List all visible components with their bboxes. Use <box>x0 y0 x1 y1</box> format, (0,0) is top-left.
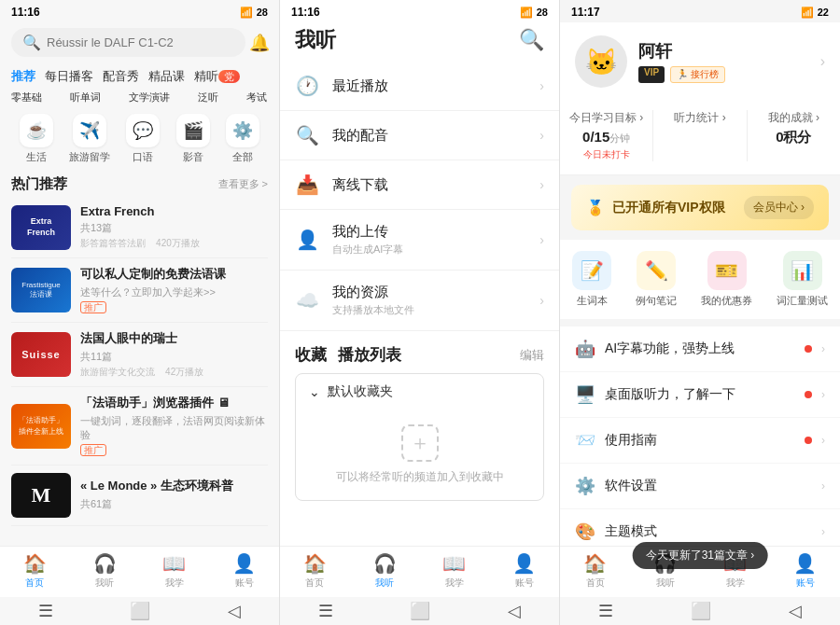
listen-icon-2: 🎧 <box>373 552 397 575</box>
theme-label: 主题模式 <box>605 523 812 540</box>
quick-vocab[interactable]: 📝 生词本 <box>572 251 611 308</box>
status-icons-3: 📶 22 <box>801 7 829 19</box>
content-list: ExtraFrench Extra French 共13篇 影答篇答答法剧 42… <box>0 197 279 546</box>
menu-dubbing[interactable]: 🔍 我的配音 › <box>280 111 559 160</box>
item-meta: 推广 <box>80 301 268 314</box>
menu-upload[interactable]: 👤 我的上传 自动生成AI字幕 › <box>280 210 559 271</box>
p2-search-icon[interactable]: 🔍 <box>519 28 544 52</box>
sys-bar-3: ☰ ⬜ ◁ <box>560 597 840 625</box>
travel-icon: ✈️ <box>73 114 106 147</box>
sys-back-icon-3: ◁ <box>789 601 802 621</box>
subcat-av[interactable]: 🎬 影音 <box>176 114 210 164</box>
bell-icon[interactable]: 🔔 <box>249 33 270 53</box>
goal-value: 0/15分钟 <box>582 129 630 146</box>
setting-ai-subtitle[interactable]: 🤖 AI字幕功能，强势上线 › <box>560 326 840 372</box>
nav-home-3[interactable]: 🏠 首页 <box>583 552 607 590</box>
list-item[interactable]: Frastistigue法语课 可以私人定制的免费法语课 述等什么？立即加入学起… <box>11 258 268 323</box>
stat-listening[interactable]: 听力统计 › <box>653 110 747 161</box>
stat-achievement[interactable]: 我的成就 › 0积分 <box>748 110 840 161</box>
panel-listen: 11:16 📶 28 我听 🔍 🕐 最近播放 › 🔍 我的配音 › 📥 <box>280 0 560 625</box>
subcat-all[interactable]: ⚙️ 全部 <box>226 114 259 164</box>
thumb-extra-french: ExtraFrench <box>11 205 71 250</box>
time-1: 11:16 <box>11 6 40 19</box>
subcat-life[interactable]: ☕ 生活 <box>20 114 53 164</box>
search-icon: 🔍 <box>22 34 41 51</box>
nav-account[interactable]: 👤 账号 <box>232 552 256 590</box>
item-title: 可以私人定制的免费法语课 <box>80 266 268 283</box>
list-item[interactable]: Suisse 法国人眼中的瑞士 共11篇 旅游留学文化交流 42万播放 <box>11 323 268 387</box>
sys-back-icon: ◁ <box>228 601 241 621</box>
item-subtitle: 共11篇 <box>80 350 268 364</box>
search-bar[interactable]: 🔍 🔔 <box>11 28 245 57</box>
setting-software[interactable]: ⚙️ 软件设置 › <box>560 464 840 509</box>
menu-offline[interactable]: 📥 离线下载 › <box>280 160 559 210</box>
upload-sublabel: 自动生成AI字幕 <box>332 243 526 257</box>
tab-daily[interactable]: 每日播客 <box>45 68 93 85</box>
profile-info: 阿轩 VIP 🏃 接行榜 <box>638 40 809 83</box>
quick-vocab-test[interactable]: 📊 词汇量测试 <box>777 251 828 308</box>
toast-bar[interactable]: 今天更新了31篇文章 › <box>633 542 768 569</box>
nav-account-3[interactable]: 👤 账号 <box>793 552 817 590</box>
nav-home[interactable]: 🏠 首页 <box>23 552 47 590</box>
item-meta: 旅游留学文化交流 42万播放 <box>80 366 268 379</box>
folder-header[interactable]: ⌄ 默认收藏夹 <box>296 374 543 410</box>
stat-study-goal[interactable]: 今日学习目标 › 0/15分钟 今日未打卡 <box>560 110 653 161</box>
folder-hint: 可以将经常听的频道加入到收藏中 <box>336 469 504 485</box>
tab-recommend[interactable]: 推荐 <box>11 68 35 85</box>
tab-dubbing[interactable]: 配音秀 <box>103 68 139 85</box>
subcat-row: ☕ 生活 ✈️ 旅游留学 💬 口语 🎬 影音 ⚙️ 全部 <box>0 110 279 170</box>
panel2-title: 我听 🔍 <box>280 22 559 62</box>
hot-title: 热门推荐 <box>11 175 67 193</box>
setting-theme[interactable]: 🎨 主题模式 › <box>560 509 840 546</box>
list-item[interactable]: 「法语助手」插件全新上线 「法语助手」浏览器插件 🖥 一键划词，逐段翻译，法语网… <box>11 387 268 465</box>
tab-contest[interactable]: 精听党 <box>194 68 240 85</box>
folder-name: 默认收藏夹 <box>328 383 393 400</box>
nav-home-2[interactable]: 🏠 首页 <box>303 552 327 590</box>
battery-1: 28 <box>257 7 268 18</box>
signal-icon-1: 📶 <box>240 7 253 19</box>
item-info-fras: 可以私人定制的免费法语课 述等什么？立即加入学起来>> 推广 <box>80 266 268 314</box>
avatar: 🐱 <box>575 35 627 88</box>
subcat-travel[interactable]: ✈️ 旅游留学 <box>69 114 110 164</box>
list-item[interactable]: M « Le Monde » 生态环境科普 共61篇 <box>11 465 268 526</box>
add-collect-button[interactable]: ＋ <box>401 424 439 462</box>
more-link[interactable]: 查看更多 > <box>218 177 268 191</box>
software-label: 软件设置 <box>605 478 812 494</box>
nav-study[interactable]: 📖 我学 <box>162 552 186 590</box>
list-item[interactable]: ExtraFrench Extra French 共13篇 影答篇答答法剧 42… <box>11 197 268 258</box>
quick-notes[interactable]: ✏️ 例句笔记 <box>636 251 677 308</box>
subcat-speaking[interactable]: 💬 口语 <box>126 114 160 164</box>
item-meta: 影答篇答答法剧 420万播放 <box>80 237 268 250</box>
vip-text: 已开通所有VIP权限 <box>612 200 736 216</box>
vip-center-button[interactable]: 会员中心 › <box>744 196 814 219</box>
profile-card[interactable]: 🐱 阿轩 VIP 🏃 接行榜 › <box>560 22 840 101</box>
collect-label: 收藏 <box>295 344 327 366</box>
time-2: 11:16 <box>291 6 320 19</box>
setting-guide[interactable]: 📨 使用指南 › <box>560 418 840 464</box>
status-icons-1: 📶 28 <box>240 7 268 19</box>
thumb-suisse: Suisse <box>11 332 71 377</box>
quick-coupon[interactable]: 🎫 我的优惠券 <box>701 251 752 308</box>
all-icon: ⚙️ <box>226 114 259 147</box>
edit-button[interactable]: 编辑 <box>520 347 544 364</box>
nav-listen-2[interactable]: 🎧 我听 <box>373 552 397 590</box>
chevron-down-icon: ⌄ <box>309 384 320 399</box>
vip-banner[interactable]: 🏅 已开通所有VIP权限 会员中心 › <box>571 185 829 230</box>
account-icon: 👤 <box>232 552 256 575</box>
offline-icon: 📥 <box>295 174 319 196</box>
dubbing-label: 我的配音 <box>332 127 526 145</box>
tab-premium[interactable]: 精品课 <box>148 68 185 85</box>
offline-label: 离线下载 <box>332 176 526 194</box>
study-icon-2: 📖 <box>442 552 466 575</box>
sys-menu-icon-2: ☰ <box>318 601 333 621</box>
nav-account-2[interactable]: 👤 账号 <box>512 552 536 590</box>
search-input[interactable] <box>47 35 234 49</box>
account-icon-2: 👤 <box>512 552 536 575</box>
home-icon: 🏠 <box>23 552 47 575</box>
nav-study-2[interactable]: 📖 我学 <box>442 552 466 590</box>
setting-desktop[interactable]: 🖥️ 桌面版听力，了解一下 › <box>560 372 840 418</box>
item-info-extra: Extra French 共13篇 影答篇答答法剧 420万播放 <box>80 204 268 250</box>
menu-recent[interactable]: 🕐 最近播放 › <box>280 62 559 111</box>
nav-listen[interactable]: 🎧 我听 <box>93 552 117 590</box>
menu-resource[interactable]: ☁️ 我的资源 支持播放本地文件 › <box>280 271 559 331</box>
